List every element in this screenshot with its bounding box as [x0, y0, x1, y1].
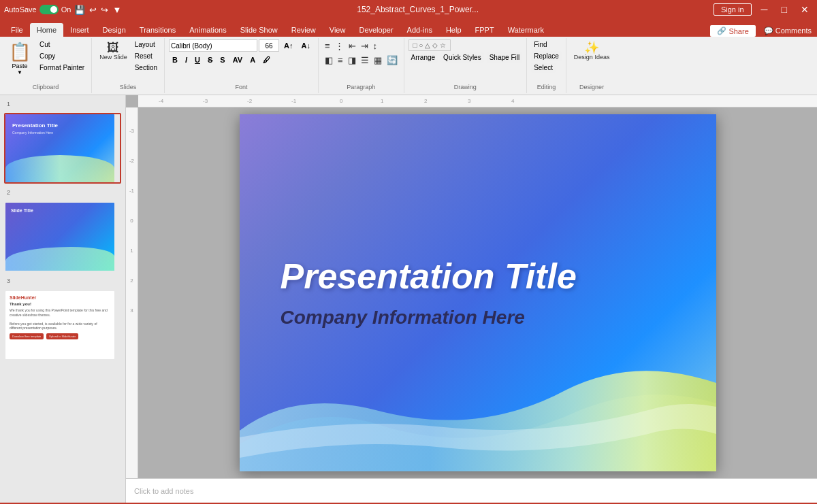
tab-addins[interactable]: Add-ins [400, 23, 439, 37]
tab-slideshow[interactable]: Slide Show [234, 23, 285, 37]
replace-button[interactable]: Replace [531, 51, 562, 61]
reset-button[interactable]: Reset [132, 51, 160, 61]
slide-1-bg: Presentation Title Company Information H… [5, 114, 114, 182]
share-button[interactable]: 🔗 Share [710, 25, 755, 37]
sign-in-button[interactable]: Sign in [714, 3, 752, 16]
bold-button[interactable]: B [169, 54, 181, 65]
redo-button[interactable]: ↪ [100, 4, 109, 16]
autosave-state: On [61, 5, 71, 14]
slides-label: Slides [120, 82, 137, 92]
title-center: 152_Abstract_Curves_1_Power... [357, 5, 479, 14]
tab-insert[interactable]: Insert [63, 23, 96, 37]
save-button[interactable]: 💾 [74, 4, 86, 16]
shadow-button[interactable]: S [217, 54, 228, 65]
align-right-button[interactable]: ◨ [346, 54, 358, 67]
slide-1-canvas: Presentation Title Company Information H… [5, 114, 114, 182]
slide-main-subtitle[interactable]: Company Information Here [281, 307, 675, 329]
slide-thumbnail-2[interactable]: Slide Title [4, 201, 121, 272]
layout-button[interactable]: Layout [132, 39, 160, 50]
slide-1-wave [5, 155, 114, 182]
copy-button[interactable]: Copy [37, 51, 87, 61]
spacing-button[interactable]: AV [229, 54, 246, 65]
highlight-button[interactable]: 🖊 [259, 54, 274, 65]
smartart-button[interactable]: 🔄 [385, 54, 400, 67]
tab-watermark[interactable]: Watermark [501, 23, 551, 37]
slide-thumbnail-3[interactable]: SlideHunter Thank you! We thank you for … [4, 290, 121, 360]
minimize-button[interactable]: ─ [757, 4, 772, 15]
slide-panel: 1 Presentation Title Company Information… [0, 95, 126, 503]
more-qa-button[interactable]: ▼ [112, 4, 122, 16]
select-button[interactable]: Select [531, 63, 556, 73]
justify-button[interactable]: ☰ [359, 54, 371, 67]
editing-group: Find Replace Select Editing [527, 38, 566, 93]
slide-2-thumb-title: Slide Title [11, 208, 33, 213]
ribbon: 📋 Paste ▼ Cut Copy Format Painter Clipbo… [0, 37, 817, 95]
text-direction-button[interactable]: ↕ [371, 39, 380, 52]
autosave-toggle[interactable] [39, 5, 59, 14]
notes-area[interactable]: Click to add notes [126, 478, 817, 503]
tab-view[interactable]: View [323, 23, 353, 37]
slide-main-title[interactable]: Presentation Title [281, 257, 675, 296]
maximize-button[interactable]: □ [778, 4, 791, 15]
format-painter-button[interactable]: Format Painter [37, 63, 87, 73]
align-left-button[interactable]: ◧ [323, 54, 335, 67]
undo-button[interactable]: ↩ [89, 4, 97, 16]
slide-3-logo: SlideHunter [10, 295, 36, 300]
font-group: A↑ A↓ B I U S S AV A 🖊 Font [165, 38, 319, 93]
design-ideas-button[interactable]: ✨ Design Ideas [571, 39, 613, 63]
slides-group: 🖼 New Slide Layout Reset Section Slides [92, 38, 165, 93]
tab-home[interactable]: Home [30, 23, 63, 37]
slide-3-btn-2: Upload to SlideHunter [46, 333, 78, 339]
slide-canvas[interactable]: Presentation Title Company Information H… [138, 107, 817, 478]
slide-2-wave [5, 247, 114, 271]
tab-design[interactable]: Design [96, 23, 133, 37]
underline-button[interactable]: U [191, 54, 204, 65]
font-size-decrease[interactable]: A↓ [298, 40, 313, 51]
font-size-increase[interactable]: A↑ [281, 40, 296, 51]
main-slide[interactable]: Presentation Title Company Information H… [240, 114, 716, 471]
font-name-input[interactable] [169, 39, 257, 52]
paragraph-group: ≡ ⋮ ⇤ ⇥ ↕ ◧ ≡ ◨ ☰ ▦ 🔄 Paragraph [319, 38, 404, 93]
close-button[interactable]: ✕ [797, 4, 813, 15]
design-ideas-icon: ✨ [584, 41, 599, 54]
comments-button[interactable]: 💬 Comments [758, 25, 817, 37]
tab-review[interactable]: Review [285, 23, 323, 37]
ribbon-tab-bar: File Home Insert Design Transitions Anim… [0, 19, 817, 37]
font-color-button[interactable]: A [246, 54, 259, 65]
paste-button[interactable]: 📋 Paste ▼ [4, 39, 35, 78]
autosave-label: AutoSave [4, 5, 37, 14]
paragraph-label: Paragraph [347, 82, 375, 92]
indent-less-button[interactable]: ⇤ [347, 39, 358, 52]
slide-3-bg: SlideHunter Thank you! We thank you for … [5, 291, 114, 359]
italic-button[interactable]: I [182, 54, 191, 65]
slide-thumbnail-1[interactable]: Presentation Title Company Information H… [4, 113, 121, 184]
tab-transitions[interactable]: Transitions [133, 23, 182, 37]
columns-button[interactable]: ▦ [372, 54, 384, 67]
find-button[interactable]: Find [531, 39, 549, 50]
bullets-button[interactable]: ≡ [323, 39, 332, 52]
tab-file[interactable]: File [4, 23, 30, 37]
slide-num-2: 2 [7, 189, 121, 196]
slide-1-thumb-subtitle: Company Information Here [12, 131, 53, 135]
drawing-group: □ ○ △ ◇ ☆ Arrange Quick Styles Shape Fil… [404, 38, 528, 93]
font-size-input[interactable] [259, 39, 279, 52]
tab-fppt[interactable]: FPPT [468, 23, 501, 37]
quick-access-toolbar: AutoSave On 💾 ↩ ↪ ▼ [4, 4, 122, 16]
indent-more-button[interactable]: ⇥ [359, 39, 370, 52]
canvas-area: -4 -3 -2 -1 0 1 2 3 4 -3 -2 -1 0 1 2 3 [126, 95, 817, 503]
shape-fill-button[interactable]: Shape Fill [487, 52, 522, 63]
ruler-horizontal: -4 -3 -2 -1 0 1 2 3 4 [138, 95, 817, 107]
tab-help[interactable]: Help [439, 23, 468, 37]
clipboard-group: 📋 Paste ▼ Cut Copy Format Painter Clipbo… [0, 38, 92, 93]
quick-styles-button[interactable]: Quick Styles [440, 52, 484, 63]
align-center-button[interactable]: ≡ [336, 54, 345, 67]
tab-animations[interactable]: Animations [182, 23, 233, 37]
clipboard-label: Clipboard [33, 82, 59, 92]
strikethrough-button[interactable]: S [204, 54, 216, 65]
section-button[interactable]: Section [132, 63, 160, 73]
arrange-button[interactable]: Arrange [408, 52, 438, 63]
cut-button[interactable]: Cut [37, 39, 87, 50]
tab-developer[interactable]: Developer [352, 23, 400, 37]
numbering-button[interactable]: ⋮ [333, 39, 346, 52]
new-slide-button[interactable]: 🖼 New Slide [96, 39, 131, 63]
